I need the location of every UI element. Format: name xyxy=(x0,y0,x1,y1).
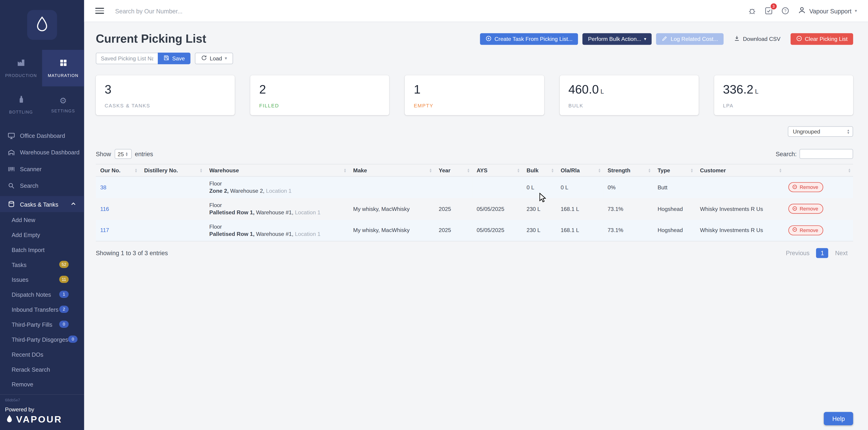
column-header-strength[interactable]: Strength▲▼ xyxy=(603,164,653,176)
sidebar-item-warehouse-dashboard[interactable]: Warehouse Dashboard xyxy=(0,144,84,160)
subnav-label: Add Empty xyxy=(11,231,40,238)
help-icon[interactable]: ? xyxy=(781,7,789,15)
previous-page-button[interactable]: Previous xyxy=(780,248,815,258)
cell-year xyxy=(434,176,472,198)
column-header-ays[interactable]: AYS▲▼ xyxy=(472,164,522,176)
subnav-label: Rerack Search xyxy=(11,366,50,372)
column-header-actions[interactable]: ▲▼ xyxy=(784,164,853,176)
remove-button[interactable]: Remove xyxy=(788,225,823,235)
page-title: Current Picking List xyxy=(96,32,206,45)
app-logo[interactable] xyxy=(0,0,84,50)
button-label: Save xyxy=(172,55,185,62)
notifications-icon[interactable]: 3 xyxy=(765,7,773,15)
cell-type: Butt xyxy=(653,176,695,198)
next-page-button[interactable]: Next xyxy=(830,248,853,258)
entries-summary: Showing 1 to 3 of 3 entries xyxy=(96,250,168,256)
sidebar-item-batch-import[interactable]: Batch Import xyxy=(0,242,84,257)
column-header-warehouse[interactable]: Warehouse▲▼ xyxy=(205,164,349,176)
stat-card-lpa: 336.2L LPA xyxy=(714,75,853,115)
button-label: Create Task From Picking List... xyxy=(494,36,572,42)
download-csv-button[interactable]: Download CSV xyxy=(728,33,786,44)
column-header-ola-rla[interactable]: Ola/Rla▲▼ xyxy=(556,164,603,176)
sidebar-section-casks-tanks[interactable]: Casks & Tanks xyxy=(0,196,84,212)
chevron-down-icon: ▾ xyxy=(855,8,857,13)
remove-button[interactable]: Remove xyxy=(788,182,823,192)
sidebar-item-add-new[interactable]: Add New xyxy=(0,212,84,227)
clear-picking-list-button[interactable]: Clear Picking List xyxy=(790,33,853,44)
sidebar-item-issues[interactable]: Issues11 xyxy=(0,272,84,287)
log-related-cost-button[interactable]: Log Related Cost... xyxy=(656,33,724,44)
bug-icon[interactable] xyxy=(748,7,756,15)
sidebar-item-remove[interactable]: Remove xyxy=(0,377,84,392)
module-maturation[interactable]: MATURATION xyxy=(42,50,84,87)
show-label: Show xyxy=(96,151,111,157)
bulk-action-button[interactable]: Perform Bulk Action... ▾ xyxy=(583,33,652,44)
table-footer: Showing 1 to 3 of 3 entries Previous 1 N… xyxy=(96,248,853,258)
user-label: Vapour Support xyxy=(809,7,851,14)
cask-link[interactable]: 116 xyxy=(100,206,109,212)
help-button[interactable]: Help xyxy=(824,412,853,426)
create-task-button[interactable]: Create Task From Picking List... xyxy=(480,33,578,44)
module-bottling[interactable]: BOTTLING xyxy=(0,86,42,123)
sidebar-item-scanner[interactable]: Scanner xyxy=(0,160,84,177)
module-production[interactable]: PRODUCTION xyxy=(0,50,42,87)
column-header-bulk[interactable]: Bulk▲▼ xyxy=(522,164,556,176)
sidebar-item-dispatch-notes[interactable]: Dispatch Notes1 xyxy=(0,287,84,302)
page-size-select[interactable]: 25 ▲▼ xyxy=(115,149,132,159)
cell-ays xyxy=(472,176,522,198)
cask-link[interactable]: 38 xyxy=(100,184,106,190)
table-search-input[interactable] xyxy=(800,149,853,159)
cask-link[interactable]: 117 xyxy=(100,227,109,234)
stat-card-bulk: 460.0L BULK xyxy=(560,75,699,115)
sort-icons: ▲▼ xyxy=(551,168,554,173)
saved-picking-list-name-input[interactable] xyxy=(96,53,158,64)
stat-unit: L xyxy=(755,88,758,95)
current-page-button[interactable]: 1 xyxy=(816,248,829,258)
column-header-customer[interactable]: Customer▲▼ xyxy=(695,164,784,176)
save-button[interactable]: Save xyxy=(158,53,190,64)
column-header-year[interactable]: Year▲▼ xyxy=(434,164,472,176)
sidebar-item-search[interactable]: Search xyxy=(0,177,84,194)
load-button[interactable]: Load ▾ xyxy=(195,53,233,64)
cell-type: Hogshead xyxy=(653,198,695,219)
module-settings[interactable]: ⚙ SETTINGS xyxy=(42,86,84,123)
monitor-icon xyxy=(8,132,15,140)
cell-customer: Whisky Investments R Us xyxy=(695,198,784,219)
cell-ola-rla: 168.1 L xyxy=(556,198,603,219)
grouping-select[interactable]: Ungrouped ▲▼ xyxy=(788,126,853,137)
cell-strength: 73.1% xyxy=(603,219,653,241)
table-search: Search: xyxy=(776,149,853,159)
sidebar-item-third-party-disgorges[interactable]: Third-Party Disgorges0 xyxy=(0,332,84,347)
table-controls: Show 25 ▲▼ entries Search: xyxy=(96,149,853,159)
sidebar-item-office-dashboard[interactable]: Office Dashboard xyxy=(0,127,84,144)
sidebar-item-rerack-search[interactable]: Rerack Search xyxy=(0,362,84,377)
download-icon xyxy=(734,35,740,43)
subnav-label: Third-Party Fills xyxy=(11,321,52,327)
sidebar-item-add-empty[interactable]: Add Empty xyxy=(0,227,84,242)
sidebar-item-recent-dos[interactable]: Recent DOs xyxy=(0,347,84,362)
minus-circle-icon xyxy=(793,184,797,190)
subnav-label: Recent DOs xyxy=(11,351,43,357)
topbar: 3 ? Vapour Support ▾ xyxy=(84,0,868,22)
search-label: Search: xyxy=(776,151,797,157)
cell-ola-rla: 168.1 L xyxy=(556,219,603,241)
global-search-input[interactable] xyxy=(115,7,303,14)
user-menu[interactable]: Vapour Support ▾ xyxy=(798,6,857,16)
stat-unit: L xyxy=(600,88,604,95)
column-header-type[interactable]: Type▲▼ xyxy=(653,164,695,176)
sort-icons: ▲▼ xyxy=(848,168,851,173)
column-header-our-no[interactable]: Our No.▲▼ xyxy=(96,164,140,176)
sidebar-item-inbound-transfers[interactable]: Inbound Transfers2 xyxy=(0,302,84,317)
subnav-label: Third-Party Disgorges xyxy=(11,336,68,342)
title-actions: Create Task From Picking List... Perform… xyxy=(480,33,853,44)
cell-make: My whisky, MacWhisky xyxy=(349,219,434,241)
hamburger-menu-icon[interactable] xyxy=(95,8,104,14)
remove-button[interactable]: Remove xyxy=(788,204,823,214)
subnav-label: Dispatch Notes xyxy=(11,291,51,298)
sidebar-item-tasks[interactable]: Tasks52 xyxy=(0,257,84,272)
column-header-distillery-no[interactable]: Distillery No.▲▼ xyxy=(140,164,205,176)
stat-card-casks-tanks: 3 CASKS & TANKS xyxy=(96,75,235,115)
nav-label: Search xyxy=(20,182,38,189)
sidebar-item-third-party-fills[interactable]: Third-Party Fills0 xyxy=(0,317,84,332)
column-header-make[interactable]: Make▲▼ xyxy=(349,164,434,176)
